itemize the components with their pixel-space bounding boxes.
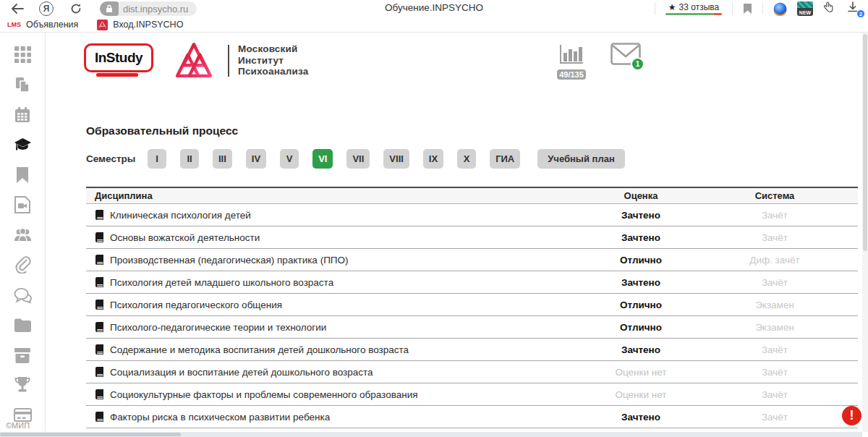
bookmarks-bar: LMS Объявления Вход.INPSYCHO — [0, 17, 868, 33]
bookmark-flag-icon[interactable] — [743, 3, 752, 14]
browser-toolbar: Я dist.inpsycho.ru Обучение.INPSYCHO ★33… — [0, 0, 868, 17]
semester-tab-iii[interactable]: III — [213, 149, 232, 169]
table-row: Психолого-педагогические теории и технол… — [86, 316, 858, 339]
curriculum-plan-button[interactable]: Учебный план — [537, 149, 624, 169]
extension-new-icon[interactable]: NEW — [797, 1, 813, 16]
mip-triangle-logo[interactable] — [174, 41, 213, 82]
bookmark-login-inpsycho[interactable]: Вход.INPSYCHO — [97, 20, 183, 30]
bookmark-icon — [16, 166, 29, 184]
grading-system-value: Зачёт — [713, 232, 836, 243]
sidebar-item-documents[interactable] — [14, 76, 32, 94]
table-row: Производственная (педагогическая) практи… — [86, 249, 858, 271]
grading-system-value: Зачёт — [713, 344, 836, 355]
discipline-link[interactable]: Основы вожатской деятельности — [86, 232, 569, 243]
semester-tab-x[interactable]: X — [457, 149, 476, 169]
semester-tab-v[interactable]: V — [280, 149, 299, 169]
reviews-count: 33 отзыва — [679, 2, 720, 12]
gesture-hand-icon[interactable] — [823, 1, 836, 17]
discipline-link[interactable]: Содержание и методика воспитания детей д… — [86, 344, 569, 355]
lms-favicon: LMS — [7, 21, 21, 28]
sidebar-item-community[interactable] — [14, 226, 32, 244]
vertical-scrollbar-thumb[interactable] — [863, 34, 867, 251]
downloads-icon[interactable]: 2 — [846, 1, 862, 17]
profile-avatar-icon[interactable] — [773, 2, 787, 16]
progress-widget[interactable]: 49/135 — [555, 44, 588, 80]
address-bar[interactable]: dist.inpsycho.ru — [100, 1, 197, 16]
page-title: Образовательный процесс — [86, 124, 238, 137]
semester-tab-vi[interactable]: VI — [312, 149, 333, 169]
grade-value: Отлично — [569, 255, 713, 266]
browser-window: Я dist.inpsycho.ru Обучение.INPSYCHO ★33… — [0, 0, 868, 437]
video-materials-icon — [14, 196, 31, 213]
discipline-link[interactable]: Производственная (педагогическая) практи… — [86, 255, 569, 266]
horizontal-scrollbar[interactable] — [0, 432, 862, 437]
discipline-name: Психолого-педагогические теории и технол… — [110, 322, 326, 333]
grade-value: Отлично — [569, 300, 713, 310]
sidebar-item-video-materials[interactable] — [14, 196, 32, 214]
sidebar-item-calendar[interactable] — [14, 106, 32, 124]
archive-icon — [14, 347, 31, 363]
rating-bar — [665, 13, 722, 15]
book-icon — [95, 232, 104, 242]
lock-icon[interactable] — [100, 1, 119, 16]
semester-tab-ix[interactable]: IX — [423, 149, 443, 169]
sidebar-item-bookmark[interactable] — [14, 166, 32, 184]
book-icon — [95, 255, 104, 265]
book-icon — [95, 277, 104, 287]
semester-tab-i[interactable]: I — [148, 149, 166, 169]
discipline-link[interactable]: Психолого-педагогические теории и технол… — [86, 322, 569, 333]
bookmark-announcements[interactable]: LMS Объявления — [7, 20, 78, 30]
instudy-logo-stand — [96, 73, 138, 77]
book-icon — [95, 389, 104, 399]
bar-chart-icon — [559, 44, 584, 64]
logo-separator — [228, 45, 229, 77]
table-header-row: Дисциплина Оценка Система — [86, 187, 858, 204]
semester-tab-ii[interactable]: II — [180, 149, 199, 169]
institute-name: Московский Институт Психоанализа — [238, 43, 308, 77]
grading-system-value: Экзамен — [713, 322, 836, 333]
book-icon — [95, 210, 104, 220]
book-icon — [95, 322, 104, 332]
discipline-link[interactable]: Клиническая психология детей — [86, 210, 569, 221]
instudy-logo[interactable]: InStudy — [84, 43, 153, 72]
discipline-link[interactable]: Социокультурные факторы и проблемы совре… — [86, 389, 569, 400]
discipline-name: Психология детей младшего школьного возр… — [110, 277, 333, 288]
grade-value: Зачтено — [569, 344, 713, 355]
discipline-name: Клиническая психология детей — [110, 210, 251, 221]
content-panel: InStudy Московский Институт Психоанализ — [46, 33, 862, 432]
semester-tab-viii[interactable]: VIII — [383, 149, 409, 169]
site-reviews-widget[interactable]: ★33 отзыва — [655, 2, 733, 15]
vertical-scrollbar[interactable] — [862, 33, 868, 432]
back-icon[interactable] — [9, 4, 26, 14]
semester-tab-гиа[interactable]: ГИА — [490, 149, 520, 169]
yandex-button[interactable]: Я — [39, 1, 54, 16]
semester-switcher: Семестры IIIIIIIVVVIVIIVIIIIXXГИАУчебный… — [86, 149, 625, 169]
semester-tab-iv[interactable]: IV — [246, 149, 266, 169]
education-icon — [14, 136, 32, 153]
semester-tab-vii[interactable]: VII — [346, 149, 370, 169]
table-row: Содержание и методика воспитания детей д… — [86, 339, 858, 361]
toolbar-separator — [762, 4, 763, 14]
grading-system-value: Экзамен — [713, 300, 836, 310]
messages-widget[interactable]: 1 — [610, 43, 642, 68]
sidebar-item-apps-grid[interactable] — [14, 46, 32, 64]
sidebar-item-awards[interactable] — [14, 376, 32, 394]
footer-copyright: ©МИП — [6, 421, 30, 430]
sidebar-item-attachments[interactable] — [14, 256, 32, 274]
discipline-link[interactable]: Социализация и воспитание детей дошкольн… — [86, 367, 569, 378]
sidebar-item-education[interactable] — [14, 136, 32, 154]
sidebar-item-folder[interactable] — [14, 316, 32, 334]
horizontal-scrollbar-thumb[interactable] — [0, 433, 181, 436]
discipline-name: Социализация и воспитание детей дошкольн… — [110, 367, 373, 378]
sidebar-item-archive[interactable] — [14, 346, 32, 364]
sidebar-item-messages[interactable] — [14, 286, 32, 304]
discipline-link[interactable]: Психология педагогического общения — [86, 300, 569, 310]
alert-exclamation-icon[interactable]: ! — [842, 406, 861, 425]
discipline-link[interactable]: Психология детей младшего школьного возр… — [86, 277, 569, 288]
column-header-discipline: Дисциплина — [86, 190, 569, 201]
discipline-name: Социокультурные факторы и проблемы совре… — [110, 389, 417, 400]
reload-icon[interactable] — [68, 3, 84, 14]
discipline-link[interactable]: Факторы риска в психическом развитии реб… — [86, 412, 569, 423]
column-header-grade: Оценка — [569, 190, 713, 201]
discipline-name: Производственная (педагогическая) практи… — [110, 255, 349, 266]
